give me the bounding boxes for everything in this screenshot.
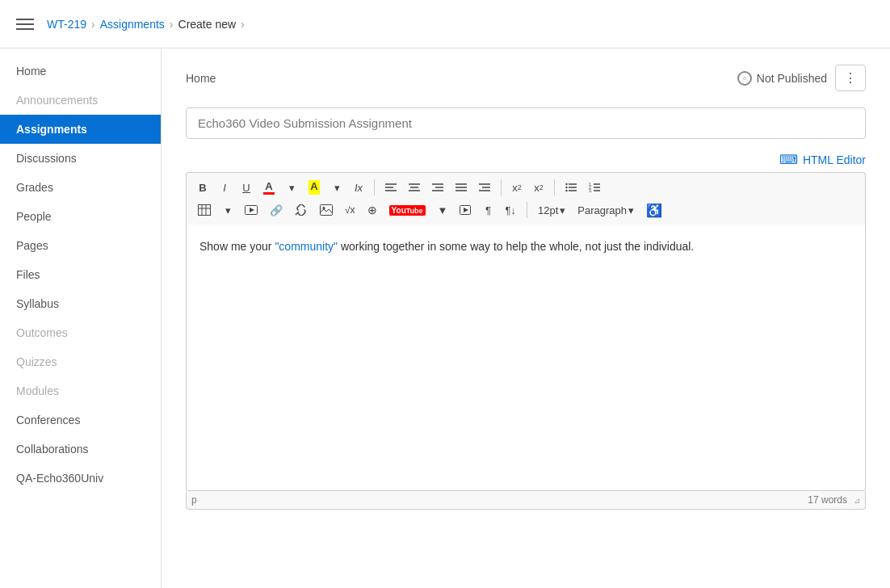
toolbar-font-color[interactable]: A [258,178,279,197]
toolbar-bold[interactable]: B [193,178,212,197]
html-editor-label: HTML Editor [803,153,866,166]
main-content: Home ○ Not Published ⋮ ⌨ HTML Editor B [162,48,890,588]
sidebar-item-files[interactable]: Files [0,260,161,289]
toolbar-bg-color[interactable]: A [304,178,325,197]
sidebar-item-conferences[interactable]: Conferences [0,405,161,435]
editor-footer: p 17 words ⊿ [186,491,866,510]
not-published-label: Not Published [757,72,827,85]
hamburger-button[interactable] [16,15,34,33]
editor-resize-handle[interactable]: ⊿ [854,496,860,505]
toolbar-media[interactable] [240,200,262,220]
youtube-icon: YouTube [389,205,426,216]
font-size-dropdown-icon: ▾ [560,204,565,216]
html-editor-button[interactable]: ⌨ HTML Editor [779,152,866,167]
html-editor-icon: ⌨ [779,152,798,167]
editor-content: Show me your "community" working togethe… [199,237,852,255]
toolbar-table-dropdown[interactable]: ▾ [218,200,237,220]
toolbar-sep-3 [554,179,555,195]
toolbar-bg-color-dropdown[interactable]: ▾ [327,178,346,197]
not-published-status: ○ Not Published [737,71,827,86]
toolbar-font-color-dropdown[interactable]: ▾ [282,178,301,197]
editor-word-count: 17 words [808,494,847,506]
header-actions: ○ Not Published ⋮ [737,65,866,91]
paragraph-style-value: Paragraph [577,204,627,216]
main-layout: HomeAnnouncementsAssignmentsDiscussionsG… [0,48,890,588]
not-published-icon: ○ [737,71,752,86]
toolbar-row-2: ▾ 🔗 √x ⊕ YouTube ▼ [193,200,859,220]
breadcrumb-sep-1: › [91,18,95,31]
breadcrumb-assignments[interactable]: Assignments [100,18,165,31]
svg-rect-27 [199,205,211,216]
toolbar-align-left[interactable] [380,178,401,197]
breadcrumb-end-sep: › [241,18,245,31]
toolbar-subscript[interactable]: x2 [529,178,548,197]
toolbar-pilcrow-2[interactable]: ¶↓ [500,200,520,220]
sidebar-item-modules: Modules [0,376,161,405]
toolbar-dropdown-arrow[interactable]: ▼ [433,200,453,220]
home-link[interactable]: Home [186,72,216,85]
sidebar-item-syllabus[interactable]: Syllabus [0,289,161,318]
sidebar-item-pages[interactable]: Pages [0,231,161,260]
toolbar-sep-1 [374,179,375,195]
font-size-value: 12pt [538,204,558,216]
breadcrumb-course[interactable]: WT-219 [47,18,86,31]
sidebar-item-announcements: Announcements [0,86,161,115]
editor-text-before: Show me your [199,240,275,253]
toolbar-table[interactable] [193,200,216,220]
toolbar-math[interactable]: √x [340,200,360,220]
toolbar-unordered-list[interactable] [560,178,581,197]
html-editor-row: ⌨ HTML Editor [186,152,866,167]
toolbar-align-justify[interactable] [451,178,472,197]
toolbar-play[interactable] [455,200,476,220]
assignment-title-input[interactable] [186,107,866,139]
sidebar-item-quizzes: Quizzes [0,347,161,376]
sidebar-item-collaborations[interactable]: Collaborations [0,435,161,464]
toolbar-image[interactable] [315,200,338,220]
breadcrumb-sep-2: › [170,18,174,31]
breadcrumb-current: Create new [178,18,237,31]
content-header: Home ○ Not Published ⋮ [186,65,866,91]
toolbar-sep-4 [527,202,527,218]
toolbar-underline[interactable]: U [237,178,256,197]
toolbar-align-center[interactable] [404,178,425,197]
svg-point-17 [565,187,567,188]
top-nav: WT-219 › Assignments › Create new › [0,0,890,48]
editor-toolbar: B I U A ▾ A ▾ Ix [186,172,866,225]
paragraph-dropdown-icon: ▾ [628,204,634,216]
sidebar-item-people[interactable]: People [0,202,161,231]
toolbar-link[interactable]: 🔗 [265,200,288,220]
svg-text:3.: 3. [589,188,592,192]
sidebar-item-discussions[interactable]: Discussions [0,144,161,173]
toolbar-italic[interactable]: I [215,178,234,197]
toolbar-ordered-list[interactable]: 1.2.3. [584,178,605,197]
breadcrumb: WT-219 › Assignments › Create new › [47,18,245,31]
toolbar-accessibility[interactable]: ♿ [641,200,667,220]
sidebar-item-outcomes: Outcomes [0,318,161,347]
toolbar-font-size[interactable]: 12pt ▾ [533,200,570,220]
toolbar-indent[interactable] [474,178,495,197]
toolbar-row-1: B I U A ▾ A ▾ Ix [193,178,859,197]
sidebar-item-assignments[interactable]: Assignments [0,115,161,144]
toolbar-circle-add[interactable]: ⊕ [363,200,382,220]
editor-text-after: working together in some way to help the… [338,240,694,253]
svg-marker-32 [250,208,254,212]
editor-text-quoted: "community" [275,240,338,253]
svg-point-15 [565,183,567,185]
toolbar-align-right[interactable] [427,178,448,197]
editor-tag: p [191,494,197,506]
toolbar-strikethrough-italic[interactable]: Ix [349,178,368,197]
sidebar-item-grades[interactable]: Grades [0,173,161,202]
sidebar-item-qa-echo[interactable]: QA-Echo360Univ [0,464,161,493]
sidebar-item-home[interactable]: Home [0,57,161,86]
svg-rect-34 [321,205,333,216]
toolbar-youtube[interactable]: YouTube [384,200,430,220]
toolbar-superscript[interactable]: x2 [507,178,527,197]
toolbar-pilcrow-1[interactable]: ¶ [478,200,497,220]
more-options-button[interactable]: ⋮ [835,65,866,91]
editor-body[interactable]: Show me your "community" working togethe… [186,225,866,491]
toolbar-paragraph-style[interactable]: Paragraph ▾ [573,200,639,220]
sidebar: HomeAnnouncementsAssignmentsDiscussionsG… [0,48,162,588]
toolbar-sep-2 [501,179,502,195]
svg-marker-37 [464,208,468,212]
toolbar-unlink[interactable] [290,200,313,220]
